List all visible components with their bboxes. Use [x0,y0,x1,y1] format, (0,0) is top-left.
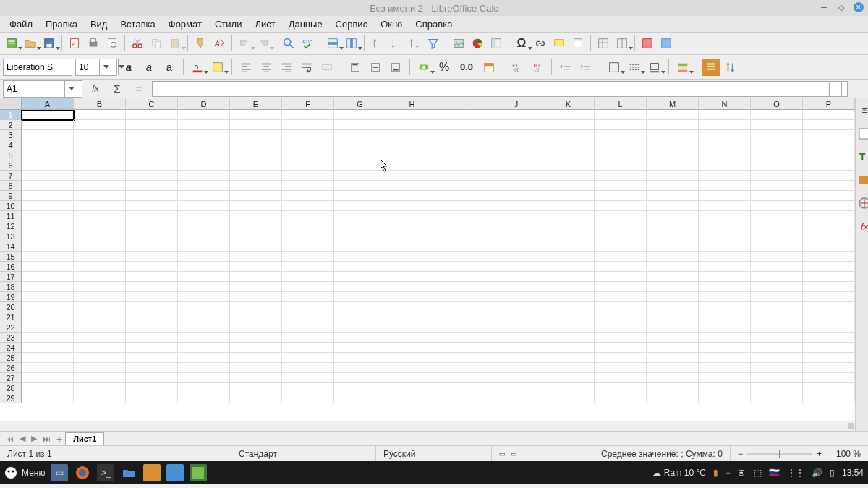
cell[interactable] [334,393,386,403]
cell[interactable] [126,343,178,353]
cell[interactable] [74,110,126,120]
cell[interactable] [22,282,74,292]
cell[interactable] [334,302,386,312]
freeze-icon[interactable] [595,35,612,52]
cell[interactable] [282,140,334,150]
cell[interactable] [282,282,334,292]
cell[interactable] [542,211,595,221]
cell[interactable] [334,241,386,252]
cell[interactable] [74,262,126,272]
cell[interactable] [386,150,438,160]
taskbar-writer-icon[interactable] [166,464,184,481]
cell[interactable] [230,282,282,292]
cond-format-icon[interactable] [674,59,692,76]
cell[interactable] [22,120,74,130]
find-replace-icon[interactable] [280,35,297,52]
cell[interactable] [386,191,438,201]
cell[interactable] [386,252,438,262]
cell[interactable] [751,272,803,282]
cell[interactable] [595,353,647,363]
cell[interactable] [282,130,334,140]
taskbar-show-desktop-icon[interactable]: ▭ [51,464,68,481]
zoom-control[interactable]: − + [731,446,829,461]
cell[interactable] [595,363,647,373]
cell[interactable] [595,110,647,120]
cell[interactable] [542,292,595,302]
font-size-input[interactable] [76,59,99,75]
cell[interactable] [126,393,178,403]
cell[interactable] [334,191,386,201]
start-menu[interactable]: Меню [4,466,45,479]
border-color-icon[interactable] [646,59,663,76]
cell[interactable] [74,322,126,333]
cell[interactable] [542,353,595,363]
cell[interactable] [282,191,334,201]
cell[interactable] [126,241,178,252]
column-header[interactable]: J [490,98,542,110]
cell[interactable] [386,201,438,211]
cell[interactable] [22,363,74,373]
cell[interactable] [74,140,126,150]
cell[interactable] [803,262,855,272]
cell[interactable] [647,211,699,221]
cell[interactable] [22,333,74,343]
cell[interactable] [386,272,438,282]
cell[interactable] [230,363,282,373]
row-header[interactable]: 26 [0,363,22,373]
redo-icon[interactable] [255,35,272,52]
cell[interactable] [542,110,595,120]
menu-sheet[interactable]: Лист [248,17,281,31]
cell[interactable] [126,363,178,373]
copy-icon[interactable] [148,35,165,52]
row-header[interactable]: 3 [0,130,22,140]
align-bottom-icon[interactable] [387,59,404,76]
cell[interactable] [438,231,490,241]
row-header[interactable]: 27 [0,373,22,383]
column-header[interactable]: H [386,98,438,110]
cell[interactable] [230,221,282,231]
cell[interactable] [542,171,595,181]
cell[interactable] [751,393,803,403]
cell[interactable] [178,130,230,140]
cell[interactable] [751,312,803,322]
cell[interactable] [699,393,751,403]
cell[interactable] [74,150,126,160]
cell[interactable] [178,373,230,383]
cell[interactable] [74,241,126,252]
insert-pivot-icon[interactable] [488,35,505,52]
cell[interactable] [282,333,334,343]
cell[interactable] [126,353,178,363]
cell[interactable] [230,383,282,393]
cell[interactable] [699,150,751,160]
taskbar-firefox-icon[interactable] [74,464,91,481]
cell[interactable] [282,272,334,282]
cell[interactable] [803,322,855,333]
italic-icon[interactable]: a [140,59,158,76]
sum-icon[interactable]: Σ [109,80,126,98]
cell[interactable] [74,373,126,383]
cell[interactable] [438,221,490,231]
cell[interactable] [490,140,542,150]
cell[interactable] [803,373,855,383]
cell[interactable] [230,252,282,262]
cell[interactable] [647,231,699,241]
cell[interactable] [595,312,647,322]
new-doc-icon[interactable] [3,35,20,52]
cell[interactable] [126,383,178,393]
cell[interactable] [647,383,699,393]
row-header[interactable]: 5 [0,150,22,160]
cell[interactable] [647,373,699,383]
currency-icon[interactable] [415,59,433,76]
cell[interactable] [438,373,490,383]
cell[interactable] [699,211,751,221]
cell[interactable] [542,140,595,150]
cell[interactable] [74,120,126,130]
save-icon[interactable] [41,35,58,52]
cell[interactable] [438,160,490,171]
cell[interactable] [647,221,699,231]
menu-edit[interactable]: Правка [39,17,84,31]
cell[interactable] [178,181,230,191]
cell[interactable] [282,383,334,393]
cell[interactable] [699,312,751,322]
cell[interactable] [542,241,595,252]
